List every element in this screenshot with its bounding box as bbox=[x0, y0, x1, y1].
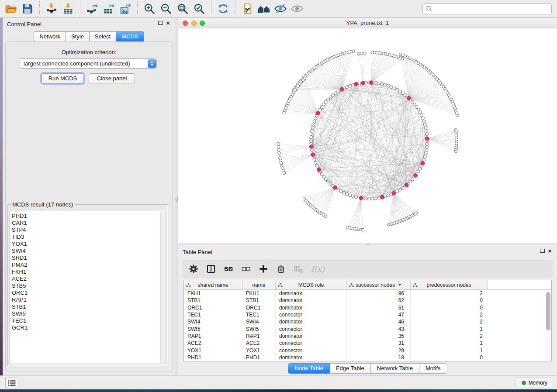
status-bar: Memory bbox=[0, 375, 557, 389]
splitter-handle[interactable] bbox=[176, 197, 178, 202]
optimization-criterion-value: largest connected component (undirected) bbox=[20, 60, 148, 67]
save-session-button[interactable] bbox=[20, 1, 35, 16]
table-row[interactable]: TEC1 TEC1 connector 47 2 bbox=[184, 311, 545, 318]
delete-table-button[interactable] bbox=[294, 264, 303, 274]
network-from-file-button[interactable] bbox=[240, 1, 255, 16]
trash-icon bbox=[276, 264, 286, 274]
table-settings-button[interactable] bbox=[189, 264, 198, 274]
create-column-button[interactable] bbox=[259, 264, 268, 274]
column-header-predecessor-nodes[interactable]: predecessor nodes bbox=[411, 280, 488, 289]
mcds-result-item[interactable]: STB1 bbox=[10, 303, 166, 310]
checked-boxes-icon bbox=[224, 264, 233, 274]
mcds-result-item[interactable]: RAP1 bbox=[10, 296, 166, 303]
mcds-result-item[interactable]: GCR1 bbox=[10, 324, 166, 331]
tab-select[interactable]: Select bbox=[90, 31, 116, 42]
close-panel-icon[interactable]: × bbox=[166, 21, 170, 25]
mcds-result-item[interactable]: PHD1 bbox=[10, 213, 166, 220]
splitter-handle[interactable] bbox=[366, 244, 370, 245]
close-panel-button[interactable]: Close panel bbox=[89, 73, 135, 83]
network-canvas[interactable] bbox=[178, 28, 557, 243]
search-input[interactable] bbox=[432, 4, 549, 13]
table-row[interactable]: ACE2 ACE2 connector 31 1 bbox=[184, 340, 545, 347]
first-neighbors-button[interactable] bbox=[256, 1, 271, 16]
scrollbar-thumb[interactable] bbox=[546, 292, 550, 330]
tab-mcds[interactable]: MCDS bbox=[116, 31, 144, 42]
float-panel-icon[interactable] bbox=[540, 249, 545, 253]
mcds-result-item[interactable]: FKH1 bbox=[10, 268, 166, 275]
optimization-criterion-select[interactable]: largest connected component (undirected) bbox=[20, 58, 157, 69]
table-body: FKH1 FKH1 dominator 96 2 STB1 STB1 domin… bbox=[184, 290, 545, 361]
mcds-list-scrollbar[interactable] bbox=[160, 212, 165, 363]
table-row[interactable]: SWI4 SWI4 dominator 46 2 bbox=[184, 318, 545, 325]
export-table-button[interactable] bbox=[101, 1, 116, 16]
table-row[interactable]: FKH1 FKH1 dominator 96 2 bbox=[184, 290, 545, 297]
delete-columns-button[interactable] bbox=[276, 264, 286, 274]
combo-stepper-icon bbox=[148, 59, 156, 68]
mcds-result-item[interactable]: SWI5 bbox=[10, 310, 166, 317]
tab-motifs[interactable]: Motifs bbox=[419, 363, 447, 374]
float-panel-icon[interactable] bbox=[158, 21, 163, 25]
show-all-button[interactable] bbox=[290, 1, 304, 16]
deselect-all-button[interactable] bbox=[241, 264, 251, 274]
function-builder-button[interactable]: f(x) bbox=[311, 265, 325, 274]
table-row[interactable]: ORC1 ORC1 dominator 61 0 bbox=[184, 304, 545, 311]
refresh-button[interactable] bbox=[216, 1, 231, 16]
network-window-titlebar: YPA_prune.txt_1 bbox=[178, 18, 557, 28]
zoom-fit-button[interactable] bbox=[175, 1, 190, 16]
vertical-splitter[interactable] bbox=[175, 18, 178, 375]
zoom-out-button[interactable] bbox=[159, 1, 173, 16]
column-header-name[interactable]: name bbox=[242, 280, 276, 289]
table-scrollbar[interactable] bbox=[545, 290, 551, 361]
mcds-tab-content: Optimization criterion: largest connecte… bbox=[5, 41, 173, 371]
task-history-button[interactable] bbox=[5, 378, 18, 388]
export-image-button[interactable] bbox=[118, 1, 133, 16]
list-icon bbox=[8, 380, 16, 386]
mcds-result-item[interactable]: SRD1 bbox=[10, 254, 166, 261]
hide-selected-button[interactable] bbox=[273, 1, 288, 16]
show-columns-button[interactable] bbox=[206, 264, 216, 274]
mcds-result-item[interactable]: CAR1 bbox=[10, 220, 166, 227]
eye-slash-icon bbox=[274, 3, 287, 15]
zoom-in-button[interactable] bbox=[142, 1, 157, 16]
search-icon bbox=[426, 5, 432, 12]
tab-style[interactable]: Style bbox=[66, 31, 90, 42]
mcds-result-item[interactable]: YOX1 bbox=[10, 241, 166, 248]
zoom-selected-button[interactable] bbox=[192, 1, 207, 16]
column-header-successor-nodes[interactable]: successor nodes bbox=[347, 280, 411, 289]
mcds-result-item[interactable]: STB5 bbox=[10, 282, 166, 289]
table-row[interactable]: STB1 STB1 dominator 62 0 bbox=[184, 297, 545, 304]
mcds-result-item[interactable]: TEC1 bbox=[10, 317, 166, 324]
table-row[interactable]: YOX1 YOX1 connector 29 1 bbox=[184, 347, 545, 354]
table-row[interactable]: RAP1 RAP1 dominator 35 2 bbox=[184, 333, 545, 340]
table-toolbar: f(x) bbox=[183, 260, 553, 278]
tab-node-table[interactable]: Node Table bbox=[288, 363, 330, 374]
close-panel-icon[interactable]: × bbox=[548, 248, 552, 253]
plus-icon bbox=[259, 264, 268, 274]
import-table-button[interactable] bbox=[61, 1, 76, 16]
network-view-window: YPA_prune.txt_1 bbox=[178, 18, 557, 243]
export-table-icon bbox=[103, 3, 115, 15]
table-row[interactable]: SWI5 SWI5 connector 43 1 bbox=[184, 325, 545, 332]
memory-button[interactable]: Memory bbox=[517, 378, 552, 388]
column-header-shared-name[interactable]: shared name bbox=[184, 280, 242, 289]
toolbar-separator bbox=[80, 1, 80, 16]
table-row[interactable]: PHD1 PHD1 dominator 18 0 bbox=[184, 354, 545, 361]
open-session-button[interactable] bbox=[3, 1, 18, 16]
tab-edge-table[interactable]: Edge Table bbox=[330, 363, 371, 374]
mcds-result-item[interactable]: PMA2 bbox=[10, 261, 166, 268]
columns-icon bbox=[206, 264, 216, 274]
column-header-mcds-role[interactable]: MCDS role bbox=[276, 280, 347, 289]
tab-network-table[interactable]: Network Table bbox=[371, 363, 419, 374]
mcds-result-item[interactable]: STP4 bbox=[10, 227, 166, 234]
attribute-type-icon bbox=[186, 283, 191, 288]
export-network-button[interactable] bbox=[85, 1, 100, 16]
mcds-result-item[interactable]: ACE2 bbox=[10, 275, 166, 282]
run-mcds-button[interactable]: Run MCDS bbox=[42, 73, 84, 83]
import-network-button[interactable] bbox=[44, 1, 59, 16]
tab-network[interactable]: Network bbox=[34, 31, 66, 42]
search-box bbox=[422, 3, 552, 14]
select-all-button[interactable] bbox=[224, 264, 233, 274]
mcds-result-item[interactable]: TID3 bbox=[10, 234, 166, 241]
mcds-result-item[interactable]: ORC1 bbox=[10, 289, 166, 296]
mcds-result-item[interactable]: SWI4 bbox=[10, 248, 166, 254]
